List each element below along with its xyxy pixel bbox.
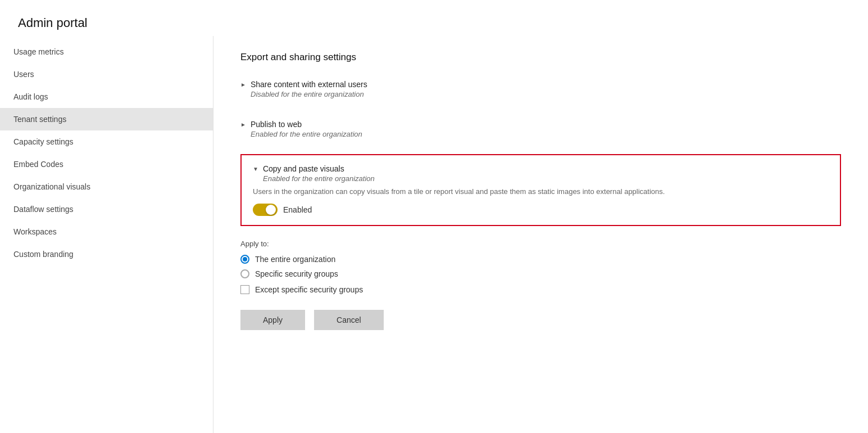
sidebar-item-tenant-settings[interactable]: Tenant settings — [0, 108, 213, 130]
buttons-row: Apply Cancel — [240, 310, 841, 330]
sidebar-item-custom-branding[interactable]: Custom branding — [0, 243, 213, 265]
chevron-right-icon: ► — [240, 121, 246, 128]
app-container: Admin portal Usage metrics Users Audit l… — [0, 0, 868, 433]
main-content: Export and sharing settings ► Share cont… — [213, 36, 868, 433]
enabled-toggle[interactable] — [253, 204, 278, 216]
setting-publish-web-header[interactable]: ► Publish to web — [240, 120, 841, 129]
sidebar-item-organizational-visuals[interactable]: Organizational visuals — [0, 175, 213, 198]
radio-specific-groups[interactable]: Specific security groups — [240, 269, 841, 278]
sidebar-item-capacity-settings[interactable]: Capacity settings — [0, 130, 213, 153]
apply-button[interactable]: Apply — [240, 310, 305, 330]
sidebar-item-users[interactable]: Users — [0, 63, 213, 85]
sidebar-item-audit-logs[interactable]: Audit logs — [0, 85, 213, 108]
sidebar-item-embed-codes[interactable]: Embed Codes — [0, 153, 213, 175]
page-title: Admin portal — [18, 16, 850, 30]
radio-entire-org[interactable]: The entire organization — [240, 255, 841, 264]
chevron-down-icon: ▼ — [253, 166, 258, 172]
radio-group: The entire organization Specific securit… — [240, 255, 841, 278]
chevron-right-icon: ► — [240, 82, 246, 88]
toggle-row: Enabled — [253, 204, 829, 216]
content-area: Usage metrics Users Audit logs Tenant se… — [0, 36, 868, 433]
setting-share-external: ► Share content with external users Disa… — [240, 74, 841, 104]
section-title: Export and sharing settings — [240, 52, 841, 63]
page-header: Admin portal — [0, 0, 868, 36]
toggle-knob — [266, 205, 276, 215]
sidebar: Usage metrics Users Audit logs Tenant se… — [0, 36, 213, 433]
checkbox-except-groups[interactable]: Except specific security groups — [240, 285, 841, 294]
sidebar-item-workspaces[interactable]: Workspaces — [0, 220, 213, 243]
setting-copy-paste-header[interactable]: ▼ Copy and paste visuals — [253, 164, 829, 173]
radio-circle-entire-org — [240, 255, 249, 264]
checkbox-box-except — [240, 285, 249, 294]
apply-to-section: Apply to: The entire organization Specif… — [240, 240, 841, 294]
setting-publish-web: ► Publish to web Enabled for the entire … — [240, 114, 841, 144]
setting-copy-paste: ▼ Copy and paste visuals Enabled for the… — [240, 154, 841, 226]
sidebar-item-dataflow-settings[interactable]: Dataflow settings — [0, 198, 213, 220]
sidebar-item-usage-metrics[interactable]: Usage metrics — [0, 40, 213, 63]
radio-circle-specific-groups — [240, 269, 249, 278]
cancel-button[interactable]: Cancel — [314, 310, 384, 330]
setting-share-external-header[interactable]: ► Share content with external users — [240, 80, 841, 89]
radio-dot-entire-org — [243, 257, 247, 261]
